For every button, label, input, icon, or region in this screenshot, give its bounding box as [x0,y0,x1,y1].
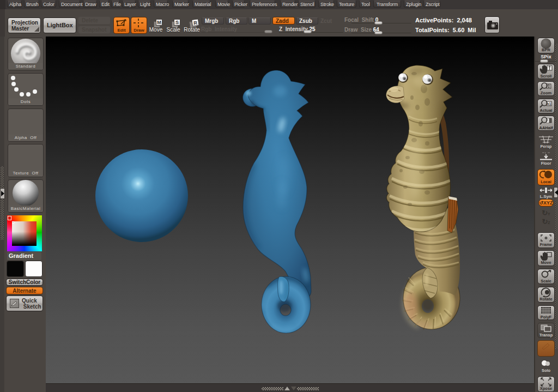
svg-text:x1: x1 [547,102,551,106]
